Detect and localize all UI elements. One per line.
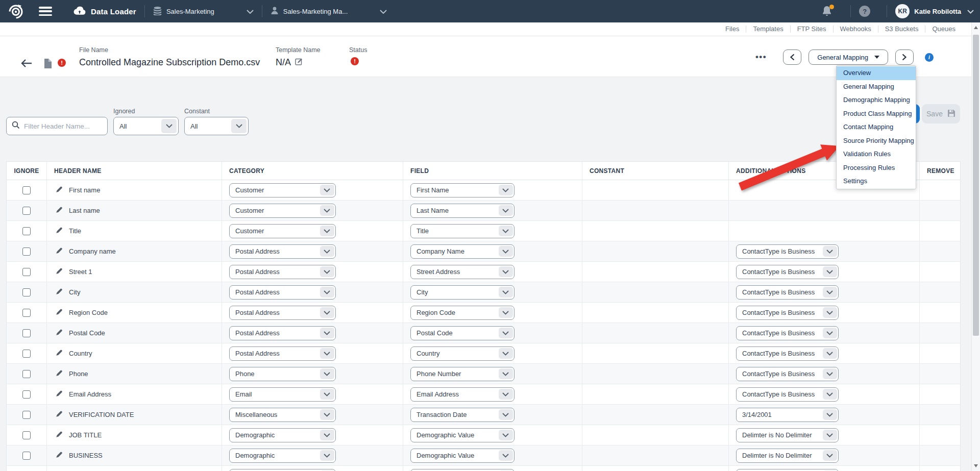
ignore-checkbox[interactable]: [22, 452, 31, 460]
menu-item-general-mapping[interactable]: General Mapping: [837, 80, 916, 94]
ignored-filter-select[interactable]: All: [113, 117, 179, 135]
edit-pencil-icon[interactable]: [56, 410, 63, 419]
field-select[interactable]: Last Name: [410, 204, 514, 218]
ignore-checkbox[interactable]: [22, 329, 31, 337]
additional-options-select[interactable]: [736, 469, 839, 471]
ignore-checkbox[interactable]: [22, 247, 31, 256]
category-select[interactable]: Postal Address: [229, 244, 336, 259]
edit-pencil-icon[interactable]: [56, 227, 63, 236]
edit-pencil-icon[interactable]: [56, 267, 63, 277]
vertical-scrollbar[interactable]: [971, 22, 980, 471]
category-select[interactable]: Customer: [229, 183, 336, 197]
field-select[interactable]: First Name: [410, 183, 514, 197]
additional-options-select[interactable]: ContactType is Business: [736, 346, 839, 361]
hamburger-menu-icon[interactable]: [39, 7, 52, 16]
field-select[interactable]: [410, 469, 514, 471]
scroll-down-arrow[interactable]: [972, 462, 980, 470]
field-select[interactable]: Title: [410, 224, 514, 238]
edit-pencil-icon[interactable]: [56, 390, 63, 399]
additional-options-select[interactable]: ContactType is Business: [736, 265, 839, 279]
database-selector[interactable]: Sales-Marketing: [153, 6, 254, 17]
chevron-down-icon[interactable]: [967, 7, 974, 16]
field-select[interactable]: Demographic Value: [410, 449, 514, 463]
subnav-link-s3-buckets[interactable]: S3 Buckets: [878, 26, 926, 33]
scroll-up-arrow[interactable]: [972, 23, 980, 32]
field-select[interactable]: Transaction Date: [410, 408, 514, 422]
category-select[interactable]: Postal Address: [229, 265, 336, 279]
edit-pencil-icon[interactable]: [56, 369, 63, 379]
field-select[interactable]: Email Address: [410, 387, 514, 402]
additional-options-select[interactable]: Delimter is No Delimiter: [736, 449, 839, 463]
ignore-checkbox[interactable]: [22, 227, 31, 235]
save-button[interactable]: Save: [922, 104, 960, 123]
additional-options-select[interactable]: ContactType is Business: [736, 244, 839, 259]
edit-template-icon[interactable]: [295, 57, 303, 68]
info-icon[interactable]: i: [925, 53, 934, 62]
category-select[interactable]: Miscellaneous: [229, 408, 336, 422]
category-select[interactable]: Postal Address: [229, 285, 336, 300]
next-section-button[interactable]: [895, 49, 914, 65]
subnav-link-webhooks[interactable]: Webhooks: [834, 26, 878, 33]
edit-pencil-icon[interactable]: [56, 288, 63, 297]
field-select[interactable]: Demographic Value: [410, 428, 514, 442]
field-select[interactable]: Region Code: [410, 306, 514, 320]
category-select[interactable]: [229, 469, 336, 471]
ignore-checkbox[interactable]: [22, 411, 31, 419]
more-options-button[interactable]: •••: [755, 52, 767, 62]
edit-pencil-icon[interactable]: [56, 186, 63, 195]
field-select[interactable]: Company Name: [410, 244, 514, 259]
mapping-profile-selector[interactable]: Sales-Marketing Ma...: [271, 6, 387, 16]
category-select[interactable]: Demographic: [229, 449, 336, 463]
edit-pencil-icon[interactable]: [56, 451, 63, 460]
constant-filter-select[interactable]: All: [184, 117, 249, 135]
category-select[interactable]: Demographic: [229, 428, 336, 442]
field-select[interactable]: Country: [410, 346, 514, 361]
additional-options-select[interactable]: ContactType is Business: [736, 306, 839, 320]
edit-pencil-icon[interactable]: [56, 431, 63, 440]
additional-options-select[interactable]: Delimter is No Delimiter: [736, 428, 839, 442]
field-select[interactable]: Street Address: [410, 265, 514, 279]
edit-pencil-icon[interactable]: [56, 329, 63, 338]
menu-item-product-class-mapping[interactable]: Product Class Mapping: [837, 107, 916, 121]
menu-item-settings[interactable]: Settings: [837, 175, 916, 188]
additional-options-select[interactable]: ContactType is Business: [736, 387, 839, 402]
menu-item-contact-mapping[interactable]: Contact Mapping: [837, 120, 916, 134]
edit-pencil-icon[interactable]: [56, 247, 63, 256]
ignore-checkbox[interactable]: [22, 390, 31, 399]
ignore-checkbox[interactable]: [22, 350, 31, 358]
additional-options-select[interactable]: ContactType is Business: [736, 285, 839, 300]
subnav-link-queues[interactable]: Queues: [925, 26, 962, 33]
subnav-link-files[interactable]: Files: [719, 26, 746, 33]
ignore-checkbox[interactable]: [22, 309, 31, 317]
menu-item-overview[interactable]: Overview: [837, 66, 916, 80]
scrollbar-thumb[interactable]: [973, 35, 979, 336]
header-filter-searchbox[interactable]: [6, 117, 108, 135]
category-select[interactable]: Postal Address: [229, 326, 336, 340]
omeda-logo-icon[interactable]: [7, 3, 24, 20]
notifications-bell-icon[interactable]: [822, 5, 833, 17]
status-error-icon[interactable]: !: [351, 57, 359, 65]
category-select[interactable]: Email: [229, 387, 336, 402]
search-input[interactable]: [24, 122, 95, 130]
field-select[interactable]: Postal Code: [410, 326, 514, 340]
menu-item-processing-rules[interactable]: Processing Rules: [837, 161, 916, 175]
menu-item-source-priority-mapping[interactable]: Source Priority Mapping: [837, 134, 916, 148]
file-document-icon[interactable]: [44, 59, 52, 70]
field-select[interactable]: City: [410, 285, 514, 300]
ignore-checkbox[interactable]: [22, 268, 31, 276]
ignore-checkbox[interactable]: [22, 207, 31, 215]
back-arrow-icon[interactable]: [20, 59, 33, 70]
ignore-checkbox[interactable]: [22, 370, 31, 378]
category-select[interactable]: Postal Address: [229, 346, 336, 361]
edit-pencil-icon[interactable]: [56, 349, 63, 358]
ignore-checkbox[interactable]: [22, 186, 31, 194]
subnav-link-ftp-sites[interactable]: FTP Sites: [791, 26, 834, 33]
category-select[interactable]: Phone: [229, 367, 336, 381]
category-select[interactable]: Customer: [229, 224, 336, 238]
ignore-checkbox[interactable]: [22, 288, 31, 296]
help-icon[interactable]: ?: [859, 6, 870, 17]
file-error-icon[interactable]: !: [58, 59, 66, 67]
edit-pencil-icon[interactable]: [56, 206, 63, 215]
category-select[interactable]: Customer: [229, 204, 336, 218]
ignore-checkbox[interactable]: [22, 431, 31, 439]
